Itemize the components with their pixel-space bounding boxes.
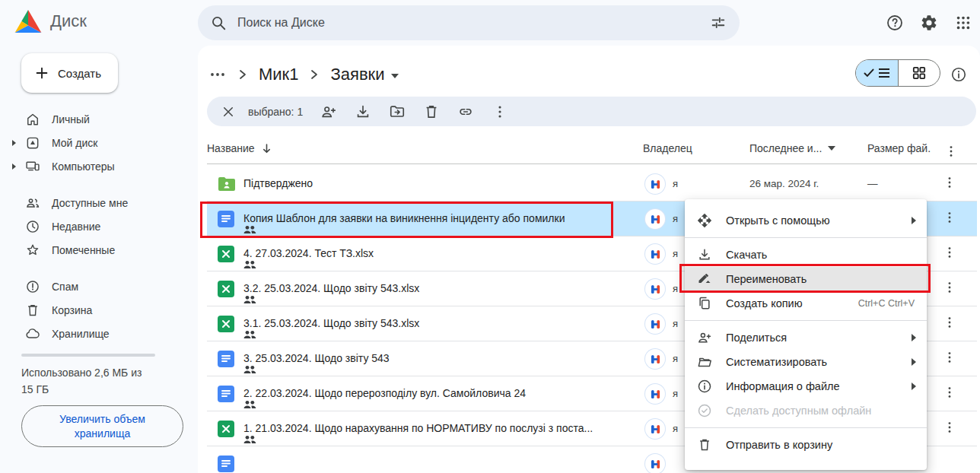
expand-arrow-icon[interactable] [12, 163, 16, 170]
menu-item-rename[interactable]: Переименовать [685, 267, 927, 291]
sidebar: Создать Личный Мой диск Компьютеры Досту… [0, 46, 198, 473]
clear-selection-button[interactable] [218, 101, 239, 122]
owner-avatar [645, 174, 665, 194]
share-button[interactable] [320, 103, 338, 121]
owner-label: я [673, 353, 678, 364]
list-view-icon [878, 68, 890, 78]
menu-item-make-copy[interactable]: Создать копию Ctrl+C Ctrl+V [685, 291, 927, 316]
file-info-icon [697, 379, 712, 394]
selection-toolbar: выбрано: 1 [207, 97, 976, 126]
sidebar-item-label: Личный [52, 113, 90, 125]
file-name: Копия Шаблон для заявки на виникнення ін… [243, 212, 571, 234]
breadcrumb-item-current[interactable]: Заявки [324, 63, 404, 86]
copy-icon [697, 296, 712, 311]
table-row[interactable]: Підтверджено я 26 мар. 2024 г. — [207, 167, 977, 202]
sidebar-item-recent[interactable]: Недавние [6, 214, 192, 238]
file-name: 3.2. 25.03.2024. Щодо звіту 543.xlsx [243, 282, 426, 304]
toolbar-more-button[interactable] [491, 103, 509, 121]
move-to-folder-button[interactable] [388, 103, 406, 121]
menu-item-file-info[interactable]: Информация о файле [685, 374, 927, 398]
search-input[interactable] [237, 16, 708, 30]
shared-people-icon [243, 400, 533, 409]
recent-icon [24, 219, 41, 234]
context-menu: Открыть с помощью Скачать Переименовать … [685, 199, 927, 470]
details-panel-button[interactable] [948, 64, 969, 85]
starred-icon [24, 243, 41, 258]
breadcrumb-item-parent[interactable]: Мик1 [253, 63, 304, 86]
upgrade-storage-button[interactable]: Увеличить объем хранилища [21, 405, 183, 447]
download-button[interactable] [354, 103, 372, 121]
google-doc-icon [218, 456, 234, 472]
trash-button[interactable] [422, 103, 441, 121]
sidebar-item-home[interactable]: Личный [6, 107, 192, 131]
shared-people-icon [243, 330, 426, 339]
row-more-button[interactable] [939, 172, 960, 193]
owner-avatar [645, 349, 665, 369]
sidebar-item-trash[interactable]: Корзина [6, 298, 192, 322]
menu-item-organize[interactable]: Систематизировать [685, 350, 927, 374]
apps-grid-button[interactable] [953, 12, 974, 33]
sidebar-item-starred[interactable]: Помеченные [6, 238, 192, 262]
download-icon [355, 103, 371, 120]
copy-link-button[interactable] [457, 103, 475, 121]
spreadsheet-icon [218, 421, 234, 437]
row-more-button[interactable] [939, 417, 960, 438]
help-button[interactable] [884, 12, 905, 33]
column-header-name[interactable]: Название [207, 142, 272, 154]
menu-divider [685, 320, 927, 321]
sidebar-nav: Личный Мой диск Компьютеры Доступные мне… [6, 107, 192, 345]
create-button[interactable]: Создать [21, 53, 118, 93]
sidebar-item-computers[interactable]: Компьютеры [6, 154, 192, 178]
link-icon [457, 103, 474, 120]
expand-arrow-icon[interactable] [12, 140, 16, 146]
storage-usage-text: Использовано 2,6 МБ из 15 ГБ [21, 364, 173, 398]
search-options-button[interactable] [708, 12, 729, 33]
header-more-button[interactable] [939, 139, 963, 163]
settings-button[interactable] [918, 12, 940, 33]
owner-label: я [673, 248, 678, 259]
menu-shortcut: Ctrl+C Ctrl+V [858, 298, 915, 309]
menu-item-share[interactable]: Поделиться [685, 325, 927, 350]
row-more-button[interactable] [939, 242, 960, 263]
spreadsheet-icon [218, 281, 234, 297]
row-more-button[interactable] [939, 312, 960, 333]
trash-icon [697, 437, 712, 452]
computers-icon [24, 159, 41, 174]
column-header-size[interactable]: Размер фай. [867, 142, 931, 154]
row-more-button[interactable] [939, 207, 960, 228]
search-bar[interactable] [198, 5, 740, 40]
menu-item-move-to-trash[interactable]: Отправить в корзину [685, 433, 927, 457]
row-more-button[interactable] [939, 347, 960, 368]
column-header-modified[interactable]: Последнее и... [749, 142, 835, 154]
owner-label: я [673, 423, 678, 434]
shared-people-icon [243, 435, 600, 444]
grid-view-button[interactable] [898, 60, 940, 86]
sidebar-item-my-drive[interactable]: Мой диск [6, 131, 192, 154]
shared-folder-icon [218, 176, 236, 192]
info-icon [950, 66, 967, 83]
breadcrumb: Мик1 Заявки [202, 59, 405, 90]
breadcrumb-more-button[interactable] [202, 59, 233, 90]
organize-folder-icon [697, 354, 712, 370]
more-vertical-icon [942, 350, 957, 365]
file-size: — [867, 178, 878, 189]
column-header-owner[interactable]: Владелец [643, 142, 692, 154]
submenu-arrow-icon [912, 334, 916, 341]
rename-pencil-icon [697, 271, 712, 287]
more-vertical-icon [942, 210, 957, 225]
sidebar-item-storage[interactable]: Хранилище [6, 322, 192, 345]
shared-with-me-icon [24, 195, 41, 211]
menu-item-download[interactable]: Скачать [685, 243, 927, 267]
row-more-button[interactable] [939, 277, 960, 298]
file-name: 4. 27.03.2024. Тест ТЗ.xlsx [243, 247, 380, 269]
sidebar-item-spam[interactable]: Спам [6, 275, 192, 298]
offline-check-icon [697, 403, 712, 418]
selected-count: выбрано: 1 [248, 106, 303, 118]
trash-icon [423, 103, 440, 120]
row-more-button[interactable] [939, 382, 960, 403]
drive-brand: Диск [14, 8, 87, 34]
sidebar-item-shared-with-me[interactable]: Доступные мне [6, 191, 192, 214]
menu-item-open-with[interactable]: Открыть с помощью [685, 208, 927, 233]
list-view-button[interactable] [856, 60, 898, 86]
modified-date: 26 мар. 2024 г. [749, 178, 819, 189]
